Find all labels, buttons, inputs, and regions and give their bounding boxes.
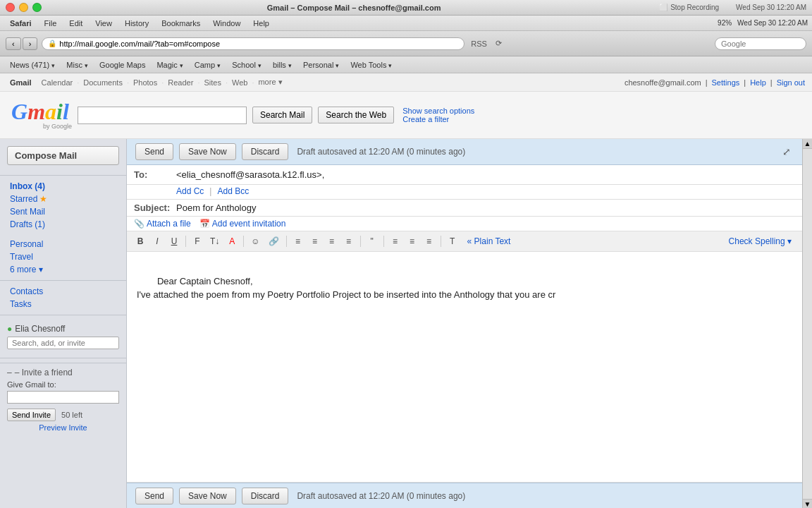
sidebar-contacts-link[interactable]: Contacts (0, 285, 126, 298)
maximize-window-button[interactable] (32, 3, 42, 12)
invite-collapse-icon[interactable]: – (7, 368, 12, 377)
menu-history[interactable]: History (119, 18, 154, 29)
save-now-bottom-button[interactable]: Save Now (179, 488, 236, 504)
discard-top-button[interactable]: Discard (242, 143, 289, 160)
sidebar-starred-link[interactable]: Starred ★ (0, 193, 126, 205)
event-label: Add event invitation (212, 219, 286, 229)
sidebar-inbox-link[interactable]: Inbox (4) (0, 180, 126, 193)
chat-header: ● Elia Chesnoff (7, 324, 119, 334)
align-left-button[interactable]: ≡ (388, 234, 403, 248)
check-spelling-button[interactable]: Check Spelling ▾ (724, 234, 796, 248)
forward-button[interactable]: › (23, 37, 38, 50)
sidebar-more-link[interactable]: 6 more ▾ (0, 263, 126, 276)
bookmark-personal[interactable]: Personal ▾ (299, 60, 343, 70)
add-cc-link[interactable]: Add Cc (176, 186, 204, 196)
nav-reader[interactable]: Reader (165, 78, 196, 87)
window-controls[interactable] (6, 3, 42, 12)
bookmark-googlemaps[interactable]: Google Maps (95, 60, 149, 70)
minimize-window-button[interactable] (19, 3, 28, 12)
nav-documents[interactable]: Documents (80, 78, 125, 87)
reload-button[interactable]: ⟳ (493, 38, 504, 49)
search-mail-button[interactable]: Search Mail (252, 107, 312, 123)
sidebar-tasks-link[interactable]: Tasks (0, 298, 126, 310)
nav-web[interactable]: Web (229, 78, 250, 87)
back-button[interactable]: ‹ (6, 37, 21, 50)
sidebar-labels-section: Personal Travel 6 more ▾ (0, 238, 126, 276)
scroll-up-button[interactable]: ▲ (803, 139, 812, 149)
battery-label: 92% (718, 19, 732, 27)
nav-sites[interactable]: Sites (201, 78, 223, 87)
plain-text-link[interactable]: « Plain Text (467, 236, 511, 246)
outdent-button[interactable]: ≡ (341, 234, 357, 248)
scroll-down-button[interactable]: ▼ (803, 499, 812, 508)
align-center-button[interactable]: ≡ (405, 234, 420, 248)
rss-button[interactable]: RSS (469, 39, 489, 49)
subject-input[interactable] (176, 202, 795, 213)
send-top-button[interactable]: Send (135, 143, 173, 160)
menu-help[interactable]: Help (247, 18, 275, 29)
address-input[interactable] (59, 40, 458, 48)
save-now-top-button[interactable]: Save Now (179, 143, 236, 160)
compose-mail-button[interactable]: Compose Mail (7, 146, 119, 165)
bookmark-news[interactable]: News (471) ▾ (6, 60, 59, 70)
expand-compose-button[interactable]: ⤢ (780, 145, 794, 159)
ordered-list-button[interactable]: ≡ (290, 234, 306, 248)
address-bar-container[interactable]: 🔒 (42, 37, 465, 50)
user-email: chesnoffe@gmail.com (625, 78, 701, 87)
menu-safari[interactable]: Safari (4, 18, 37, 29)
compose-body[interactable]: Dear Captain Chesnoff, I've attached the… (127, 252, 802, 483)
sidebar-sent-link[interactable]: Sent Mail (0, 205, 126, 218)
bookmark-misc[interactable]: Misc ▾ (62, 60, 92, 70)
menu-file[interactable]: File (39, 18, 63, 29)
menu-view[interactable]: View (90, 18, 118, 29)
recording-label: Stop Recording (670, 4, 719, 11)
send-invite-button[interactable]: Send Invite (7, 409, 56, 421)
italic-button[interactable]: I (149, 234, 165, 248)
sidebar-personal-link[interactable]: Personal (0, 238, 126, 250)
indent-button[interactable]: ≡ (324, 234, 340, 248)
to-field-value[interactable]: <elia_chesnoff@sarasota.k12.fl.us>, (176, 168, 795, 181)
add-event-link[interactable]: 📅 Add event invitation (199, 219, 286, 229)
bold-button[interactable]: B (133, 234, 148, 248)
sidebar-drafts-link[interactable]: Drafts (1) (0, 218, 126, 231)
discard-bottom-button[interactable]: Discard (242, 488, 289, 504)
nav-calendar[interactable]: Calendar (39, 78, 76, 87)
emoji-button[interactable]: ☺ (247, 234, 263, 248)
bookmark-webtools[interactable]: Web Tools ▾ (346, 60, 396, 70)
signout-link[interactable]: Sign out (777, 78, 805, 87)
chat-search-input[interactable] (7, 337, 119, 349)
unordered-list-button[interactable]: ≡ (307, 234, 323, 248)
bookmark-magic[interactable]: Magic ▾ (152, 60, 187, 70)
close-window-button[interactable] (6, 3, 15, 12)
menu-edit[interactable]: Edit (63, 18, 88, 29)
attach-row: 📎 Attach a file 📅 Add event invitation (127, 217, 802, 231)
settings-link[interactable]: Settings (712, 78, 740, 87)
search-web-button[interactable]: Search the Web (318, 107, 394, 123)
link-button[interactable]: 🔗 (265, 234, 283, 248)
font-color-button[interactable]: A (224, 234, 240, 248)
remove-format-button[interactable]: T (445, 234, 460, 248)
send-bottom-button[interactable]: Send (135, 488, 173, 504)
preview-invite-link[interactable]: Preview Invite (7, 423, 119, 432)
gmail-search-input[interactable] (78, 107, 247, 124)
give-gmail-input[interactable] (7, 391, 119, 404)
sidebar-travel-link[interactable]: Travel (0, 250, 126, 263)
font-size-button[interactable]: T↓ (207, 234, 223, 248)
menu-bookmarks[interactable]: Bookmarks (156, 18, 206, 29)
menu-window[interactable]: Window (207, 18, 246, 29)
bookmark-bills[interactable]: bills ▾ (269, 60, 296, 70)
font-button[interactable]: F (190, 234, 205, 248)
add-bcc-link[interactable]: Add Bcc (217, 186, 249, 196)
blockquote-button[interactable]: " (364, 234, 380, 248)
align-right-button[interactable]: ≡ (422, 234, 437, 248)
create-filter-link[interactable]: Create a filter (402, 115, 449, 123)
nav-photos[interactable]: Photos (130, 78, 160, 87)
underline-button[interactable]: U (166, 234, 182, 248)
nav-more[interactable]: more ▾ (255, 78, 285, 87)
show-search-options-link[interactable]: Show search options (402, 107, 474, 115)
attach-file-link[interactable]: 📎 Attach a file (134, 219, 191, 229)
help-link[interactable]: Help (750, 78, 766, 87)
browser-search-input[interactable] (715, 37, 806, 50)
bookmark-school[interactable]: School ▾ (228, 60, 266, 70)
bookmark-camp[interactable]: Camp ▾ (190, 60, 225, 70)
